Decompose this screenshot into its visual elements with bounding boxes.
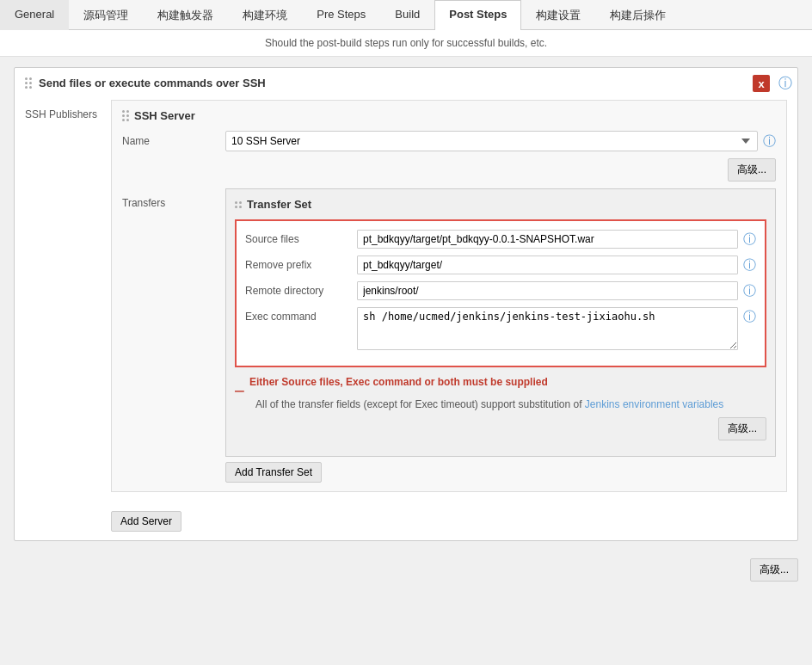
ssh-server-advanced-button[interactable]: 高级... xyxy=(728,158,776,182)
tab-pre-steps[interactable]: Pre Steps xyxy=(302,0,380,30)
ssh-server-header: SSH Server xyxy=(122,109,776,122)
remove-prefix-input[interactable] xyxy=(357,256,738,274)
advanced-row-top: 高级... xyxy=(122,158,776,188)
error-icon: ⎯ xyxy=(235,375,244,393)
bottom-advanced-row: 高级... xyxy=(0,551,812,588)
tab-general[interactable]: General xyxy=(0,0,69,30)
info-text: All of the transfer fields (except for E… xyxy=(235,398,766,410)
transfer-set-box: Transfer Set Source files ⓘ xyxy=(225,188,776,457)
transfer-set-header: Transfer Set xyxy=(235,198,766,211)
publishers-label: SSH Publishers xyxy=(25,100,111,532)
exec-command-textarea[interactable]: sh /home/ucmed/jenkins/jenkins-test-jixi… xyxy=(357,307,738,350)
remove-prefix-row: Remove prefix ⓘ xyxy=(245,256,756,274)
tab-build[interactable]: Build xyxy=(380,0,434,30)
sub-header-text: Should the post-build steps run only for… xyxy=(265,37,547,49)
name-field-row: Name 10 SSH Server ⓘ xyxy=(122,131,776,151)
panel-help-icon[interactable]: ⓘ xyxy=(778,75,792,93)
bottom-advanced-button[interactable]: 高级... xyxy=(750,558,798,582)
ssh-panel: Send files or execute commands over SSH … xyxy=(14,67,798,541)
tab-post-build[interactable]: 构建后操作 xyxy=(595,0,680,30)
tab-build-settings[interactable]: 构建设置 xyxy=(521,0,595,30)
ssh-server-help-icon[interactable]: ⓘ xyxy=(763,133,776,150)
tab-build-env[interactable]: 构建环境 xyxy=(228,0,302,30)
add-server-button[interactable]: Add Server xyxy=(111,511,181,532)
transfer-set-title: Transfer Set xyxy=(247,198,311,211)
advanced-row-transfer: 高级... xyxy=(235,417,766,447)
add-transfer-button[interactable]: Add Transfer Set xyxy=(225,462,322,483)
publishers-layout: SSH Publishers SSH Server Name 10 S xyxy=(25,100,787,532)
exec-command-label: Exec command xyxy=(245,307,357,323)
name-label: Name xyxy=(122,135,225,147)
source-files-input[interactable] xyxy=(357,230,738,249)
transfer-fields-box: Source files ⓘ Remove prefix ⓘ xyxy=(235,219,766,367)
transfers-label: Transfers xyxy=(122,188,225,209)
transfer-set-content: Transfer Set Source files ⓘ xyxy=(225,188,776,483)
info-text-content: All of the transfer fields (except for E… xyxy=(255,398,585,410)
transfer-set-drag-icon[interactable] xyxy=(235,201,242,208)
drag-handle-icon[interactable] xyxy=(25,77,32,89)
close-button[interactable]: x xyxy=(753,75,770,92)
ssh-panel-title: Send files or execute commands over SSH xyxy=(39,77,266,89)
tab-build-trigger[interactable]: 构建触发器 xyxy=(143,0,228,30)
ssh-server-section: SSH Server Name 10 SSH Server ⓘ 高级... xyxy=(111,100,787,492)
ssh-panel-header: Send files or execute commands over SSH xyxy=(25,77,787,89)
source-files-row: Source files ⓘ xyxy=(245,230,756,249)
source-files-help-icon[interactable]: ⓘ xyxy=(743,230,756,248)
remote-directory-label: Remote directory xyxy=(245,281,357,297)
ssh-server-select[interactable]: 10 SSH Server xyxy=(225,131,758,151)
remove-prefix-help-icon[interactable]: ⓘ xyxy=(743,256,756,274)
exec-command-help-icon[interactable]: ⓘ xyxy=(743,307,756,325)
ssh-server-drag-icon[interactable] xyxy=(122,110,129,121)
remove-prefix-label: Remove prefix xyxy=(245,256,357,271)
transfer-advanced-button[interactable]: 高级... xyxy=(718,417,766,440)
tab-bar: General源码管理构建触发器构建环境Pre StepsBuildPost S… xyxy=(0,0,812,30)
remote-directory-help-icon[interactable]: ⓘ xyxy=(743,281,756,299)
publishers-content: SSH Server Name 10 SSH Server ⓘ 高级... xyxy=(111,100,787,532)
tab-post-steps[interactable]: Post Steps xyxy=(434,0,521,30)
transfers-section: Transfers Transfer Set xyxy=(122,188,776,483)
main-content: Send files or execute commands over SSH … xyxy=(0,57,812,551)
remote-directory-input[interactable] xyxy=(357,281,738,300)
remote-directory-row: Remote directory ⓘ xyxy=(245,281,756,300)
source-files-label: Source files xyxy=(245,230,357,245)
jenkins-env-vars-link[interactable]: Jenkins environment variables xyxy=(585,398,723,410)
error-message: ⎯ Either Source files, Exec command or b… xyxy=(235,376,766,393)
sub-header: Should the post-build steps run only for… xyxy=(0,30,812,57)
error-text: Either Source files, Exec command or bot… xyxy=(249,376,548,388)
ssh-server-title: SSH Server xyxy=(134,109,195,122)
tab-source-mgmt[interactable]: 源码管理 xyxy=(69,0,143,30)
exec-command-row: Exec command sh /home/ucmed/jenkins/jenk… xyxy=(245,307,756,350)
